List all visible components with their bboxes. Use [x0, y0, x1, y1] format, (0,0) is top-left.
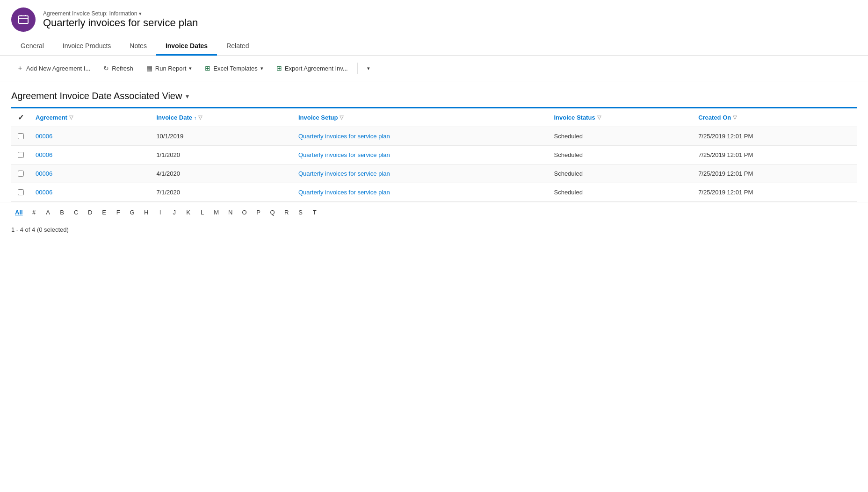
table-row: 00006 1/1/2020 Quarterly invoices for se…: [11, 146, 857, 164]
add-icon: ＋: [17, 64, 23, 72]
data-table: ✓ Agreement ▽ Invoice Date ↑ ▽: [11, 107, 857, 202]
excel-icon: ⊞: [205, 64, 210, 72]
row-checkbox[interactable]: [11, 127, 30, 146]
tab-notes[interactable]: Notes: [120, 37, 156, 56]
avatar: [11, 7, 36, 32]
view-title: Agreement Invoice Date Associated View: [11, 91, 182, 101]
col-invoice-date-label: Invoice Date: [156, 114, 192, 121]
cell-invoice-setup[interactable]: Quarterly invoices for service plan: [293, 164, 549, 183]
cell-invoice-setup[interactable]: Quarterly invoices for service plan: [293, 127, 549, 146]
row-select-checkbox[interactable]: [18, 171, 24, 177]
cell-agreement[interactable]: 00006: [30, 164, 151, 183]
run-report-label: Run Report: [155, 65, 186, 72]
col-agreement-filter-icon[interactable]: ▽: [69, 114, 73, 121]
alpha-nav-item[interactable]: Q: [266, 207, 279, 218]
col-invoice-status-filter-icon[interactable]: ▽: [597, 114, 601, 121]
alpha-nav-item[interactable]: I: [154, 207, 167, 218]
col-created-on-filter-icon[interactable]: ▽: [733, 114, 737, 121]
col-invoice-date-sort-icon[interactable]: ↑: [194, 115, 197, 121]
col-header-invoice-status[interactable]: Invoice Status ▽: [548, 108, 693, 127]
tab-related[interactable]: Related: [217, 37, 258, 56]
page-title: Quarterly invoices for service plan: [43, 17, 198, 29]
alpha-nav-item[interactable]: O: [238, 207, 251, 218]
alpha-nav-item[interactable]: R: [280, 207, 293, 218]
tab-invoice-dates[interactable]: Invoice Dates: [156, 37, 217, 56]
alpha-nav-item[interactable]: G: [126, 207, 139, 218]
excel-chevron-icon: ▾: [260, 65, 263, 71]
col-invoice-date-filter-icon[interactable]: ▽: [198, 114, 202, 121]
select-all-header[interactable]: ✓: [11, 108, 30, 127]
row-select-checkbox[interactable]: [18, 133, 24, 139]
subtitle-chevron-icon[interactable]: ▾: [139, 11, 142, 17]
tab-general[interactable]: General: [11, 37, 53, 56]
cell-created-on: 7/25/2019 12:01 PM: [693, 127, 857, 146]
alpha-nav-item[interactable]: B: [56, 207, 69, 218]
alpha-nav-item[interactable]: S: [294, 207, 307, 218]
alpha-nav-item[interactable]: T: [308, 207, 321, 218]
alpha-nav-item[interactable]: F: [112, 207, 125, 218]
cell-invoice-setup[interactable]: Quarterly invoices for service plan: [293, 146, 549, 164]
col-invoice-status-label: Invoice Status: [554, 114, 595, 121]
alpha-nav-item[interactable]: #: [28, 207, 41, 218]
col-invoice-setup-label: Invoice Setup: [298, 114, 338, 121]
export-icon: ⊞: [276, 64, 282, 72]
row-checkbox[interactable]: [11, 146, 30, 164]
page-header: Agreement Invoice Setup: Information ▾ Q…: [0, 0, 868, 37]
alpha-nav-item[interactable]: All: [11, 207, 27, 218]
more-button[interactable]: ▾: [362, 63, 376, 74]
run-report-button[interactable]: ▦ Run Report ▾: [141, 62, 197, 75]
alpha-nav-item[interactable]: C: [70, 207, 83, 218]
table-row: 00006 4/1/2020 Quarterly invoices for se…: [11, 164, 857, 183]
refresh-icon: ↻: [103, 64, 109, 72]
header-text: Agreement Invoice Setup: Information ▾ Q…: [43, 10, 198, 29]
run-report-chevron-icon: ▾: [189, 65, 192, 71]
col-created-on-label: Created On: [698, 114, 731, 121]
alpha-nav-item[interactable]: L: [196, 207, 209, 218]
excel-templates-button[interactable]: ⊞ Excel Templates ▾: [199, 62, 268, 75]
col-header-created-on[interactable]: Created On ▽: [693, 108, 857, 127]
col-header-invoice-date[interactable]: Invoice Date ↑ ▽: [151, 108, 293, 127]
refresh-button[interactable]: ↻ Refresh: [98, 62, 139, 75]
cell-invoice-setup[interactable]: Quarterly invoices for service plan: [293, 183, 549, 202]
footer: 1 - 4 of 4 (0 selected): [0, 222, 868, 237]
alpha-nav-item[interactable]: P: [252, 207, 265, 218]
row-checkbox[interactable]: [11, 183, 30, 202]
col-agreement-label: Agreement: [36, 114, 67, 121]
alpha-nav-item[interactable]: D: [84, 207, 97, 218]
toolbar: ＋ Add New Agreement I... ↻ Refresh ▦ Run…: [0, 56, 868, 81]
export-button[interactable]: ⊞ Export Agreement Inv...: [271, 62, 354, 75]
export-label: Export Agreement Inv...: [285, 65, 348, 72]
col-header-agreement[interactable]: Agreement ▽: [30, 108, 151, 127]
tab-invoice-products[interactable]: Invoice Products: [53, 37, 121, 56]
nav-tabs: General Invoice Products Notes Invoice D…: [0, 37, 868, 56]
col-invoice-setup-filter-icon[interactable]: ▽: [340, 114, 343, 121]
row-checkbox[interactable]: [11, 164, 30, 183]
col-header-invoice-setup[interactable]: Invoice Setup ▽: [293, 108, 549, 127]
alpha-nav-item[interactable]: K: [182, 207, 195, 218]
table-row: 00006 7/1/2020 Quarterly invoices for se…: [11, 183, 857, 202]
row-select-checkbox[interactable]: [18, 189, 24, 195]
cell-invoice-date: 1/1/2020: [151, 146, 293, 164]
alpha-nav-item[interactable]: J: [168, 207, 181, 218]
alpha-nav-item[interactable]: N: [224, 207, 237, 218]
alpha-nav-item[interactable]: H: [140, 207, 153, 218]
cell-invoice-date: 10/1/2019: [151, 127, 293, 146]
alpha-nav-item[interactable]: A: [42, 207, 55, 218]
alpha-nav: All#ABCDEFGHIJKLMNOPQRST: [0, 202, 868, 222]
cell-invoice-status: Scheduled: [548, 183, 693, 202]
cell-invoice-status: Scheduled: [548, 164, 693, 183]
alpha-nav-item[interactable]: E: [98, 207, 111, 218]
alpha-nav-item[interactable]: M: [210, 207, 223, 218]
record-count: 1 - 4 of 4 (0 selected): [11, 226, 69, 233]
cell-agreement[interactable]: 00006: [30, 127, 151, 146]
cell-created-on: 7/25/2019 12:01 PM: [693, 146, 857, 164]
cell-agreement[interactable]: 00006: [30, 146, 151, 164]
toolbar-separator: [357, 63, 358, 74]
table-body: 00006 10/1/2019 Quarterly invoices for s…: [11, 127, 857, 202]
cell-invoice-status: Scheduled: [548, 146, 693, 164]
view-title-chevron-icon[interactable]: ▾: [186, 93, 189, 100]
report-icon: ▦: [146, 64, 152, 72]
row-select-checkbox[interactable]: [18, 152, 24, 158]
add-new-button[interactable]: ＋ Add New Agreement I...: [11, 61, 96, 75]
cell-agreement[interactable]: 00006: [30, 183, 151, 202]
